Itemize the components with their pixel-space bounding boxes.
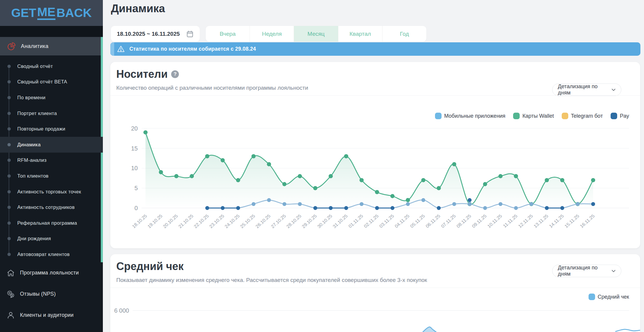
sidebar-item[interactable]: Портрет клиента — [0, 106, 103, 121]
bullet-icon — [7, 221, 11, 225]
bullet-icon — [7, 174, 11, 178]
data-point[interactable] — [514, 206, 518, 210]
sidebar-item[interactable]: По времени — [0, 90, 103, 106]
data-point[interactable] — [252, 202, 256, 206]
data-point[interactable] — [298, 202, 302, 206]
data-point[interactable] — [344, 206, 348, 210]
data-point[interactable] — [205, 206, 209, 210]
data-point[interactable] — [360, 202, 363, 206]
sidebar-item[interactable]: Динамика — [0, 137, 103, 153]
sidebar-item[interactable]: Сводный отчёт — [0, 58, 103, 74]
tab-вчера[interactable]: Вчера — [206, 26, 250, 42]
data-point[interactable] — [421, 178, 425, 182]
sidebar-item[interactable]: Реферальная программа — [0, 215, 103, 231]
data-point[interactable] — [545, 178, 549, 182]
legend-item[interactable]: Pay — [611, 113, 629, 119]
sidebar-item[interactable]: Дни рождения — [0, 231, 103, 247]
data-point[interactable] — [421, 198, 425, 202]
y-axis-tick: 0 — [134, 205, 138, 211]
data-point[interactable] — [267, 198, 271, 202]
data-point[interactable] — [437, 186, 441, 190]
data-point[interactable] — [576, 202, 580, 206]
sidebar-item[interactable]: Активность сотрудников — [0, 199, 103, 215]
app-logo[interactable]: GETMEBACK — [0, 0, 103, 26]
data-point[interactable] — [560, 206, 564, 210]
data-point[interactable] — [390, 194, 394, 198]
data-point[interactable] — [468, 202, 472, 206]
data-point[interactable] — [221, 158, 225, 162]
data-point[interactable] — [468, 198, 472, 202]
data-point[interactable] — [591, 202, 595, 206]
x-axis-tick: 08.11.25 — [456, 213, 472, 229]
data-point[interactable] — [298, 174, 302, 178]
data-point[interactable] — [221, 206, 225, 210]
data-point[interactable] — [329, 174, 333, 178]
x-axis-tick: 05.11.25 — [409, 213, 426, 229]
card-header-divider — [110, 288, 640, 288]
data-point[interactable] — [406, 202, 410, 206]
data-point[interactable] — [236, 178, 240, 182]
x-axis-tick: 13.11.25 — [533, 213, 549, 229]
date-range-picker[interactable]: 18.10.2025 ~ 16.11.2025 — [111, 26, 200, 42]
tab-неделя[interactable]: Неделя — [250, 26, 294, 42]
data-point[interactable] — [437, 206, 441, 210]
data-point[interactable] — [282, 202, 286, 206]
data-point[interactable] — [313, 206, 317, 210]
sidebar-section-analytics[interactable]: Аналитика — [0, 37, 103, 55]
sidebar-item-nps[interactable]: Отзывы (NPS) — [0, 283, 103, 305]
sidebar-item-clients[interactable]: Клиенты и аудитории — [0, 305, 103, 326]
data-point[interactable] — [360, 178, 364, 182]
sidebar-item[interactable]: Топ клиентов — [0, 168, 103, 184]
tab-квартал[interactable]: Квартал — [338, 26, 383, 42]
sidebar-item[interactable]: Автовозврат клиентов — [0, 246, 103, 262]
legend-item[interactable]: Мобильные приложения — [435, 113, 505, 119]
data-point[interactable] — [375, 190, 379, 194]
data-point[interactable] — [159, 170, 163, 174]
data-point[interactable] — [499, 174, 503, 178]
legend-item[interactable]: Карты Wallet — [513, 113, 554, 119]
legend-item[interactable]: Средний чек — [589, 294, 629, 300]
data-point[interactable] — [174, 174, 179, 178]
bullet-icon — [7, 80, 11, 83]
data-point[interactable] — [267, 162, 271, 166]
tab-месяц[interactable]: Месяц — [294, 26, 338, 42]
sidebar-item-home[interactable]: Программа лояльности — [0, 262, 103, 283]
detail-select[interactable]: Детализация по дням — [552, 83, 621, 96]
data-point[interactable] — [391, 206, 394, 210]
data-point[interactable] — [406, 198, 410, 202]
data-point[interactable] — [545, 206, 549, 210]
data-point[interactable] — [282, 182, 287, 186]
sidebar-item[interactable]: Повторные продажи — [0, 121, 103, 137]
data-point[interactable] — [251, 154, 256, 158]
sidebar-item-label: Реферальная программа — [17, 220, 77, 226]
detail-select[interactable]: Детализация по дням — [552, 265, 621, 277]
data-point[interactable] — [591, 178, 595, 182]
data-point[interactable] — [483, 206, 487, 210]
data-point[interactable] — [329, 206, 333, 210]
data-point[interactable] — [344, 154, 348, 158]
data-point[interactable] — [190, 174, 194, 178]
data-point[interactable] — [560, 178, 564, 182]
tab-год[interactable]: Год — [383, 26, 426, 42]
sidebar-item[interactable]: Активность торговых точек — [0, 184, 103, 200]
card-header-divider — [110, 95, 640, 96]
x-axis-tick: 18.10.25 — [131, 213, 148, 229]
sidebar-item[interactable]: RFM-анализ — [0, 153, 103, 168]
data-point[interactable] — [375, 206, 379, 210]
legend-item[interactable]: Telegram бот — [562, 113, 603, 119]
data-point[interactable] — [313, 186, 317, 190]
data-point[interactable] — [143, 130, 148, 134]
data-point[interactable] — [452, 202, 456, 206]
help-icon[interactable]: ? — [171, 70, 179, 78]
data-point[interactable] — [452, 162, 456, 166]
data-point[interactable] — [530, 202, 533, 206]
data-point[interactable] — [236, 206, 240, 210]
data-point[interactable] — [483, 182, 487, 186]
data-point[interactable] — [514, 174, 518, 178]
sidebar-item[interactable]: Сводный отчёт BETA — [0, 74, 103, 90]
x-axis-tick: 23.10.25 — [208, 213, 225, 229]
data-point[interactable] — [205, 154, 209, 158]
avg-check-card-subtitle: Показывает динамику изменения среднего ч… — [116, 277, 427, 283]
avg-check-legend: Средний чек — [589, 294, 629, 300]
data-point[interactable] — [499, 202, 502, 206]
